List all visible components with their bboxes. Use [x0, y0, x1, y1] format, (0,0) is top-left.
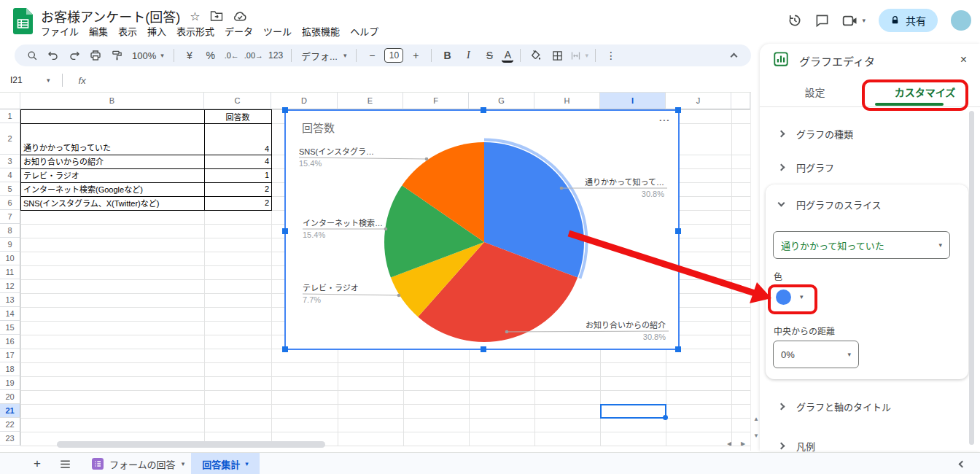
print-icon[interactable]: [87, 47, 104, 64]
row-header-4[interactable]: 4: [0, 168, 20, 182]
share-button[interactable]: 共有: [879, 9, 938, 32]
chart-resize-handle[interactable]: [481, 107, 486, 113]
row-header-23[interactable]: 23: [0, 432, 20, 446]
decrease-decimal-button[interactable]: .0←: [223, 47, 241, 64]
comments-icon[interactable]: [815, 14, 829, 28]
menu-データ[interactable]: データ: [219, 23, 258, 39]
avatar[interactable]: [951, 10, 971, 31]
italic-button[interactable]: I: [459, 47, 477, 64]
column-header-D[interactable]: D: [271, 93, 338, 109]
add-sheet-icon[interactable]: +: [34, 453, 41, 474]
cell-B4[interactable]: テレビ・ラジオ: [23, 168, 201, 181]
row-header-18[interactable]: 18: [0, 362, 20, 376]
row-header-10[interactable]: 10: [0, 252, 20, 265]
cell-C4[interactable]: 1: [205, 168, 269, 181]
format-percent-button[interactable]: %: [202, 47, 219, 64]
font-size-input[interactable]: 10: [384, 48, 403, 63]
row-header-13[interactable]: 13: [0, 293, 20, 307]
tab-settings[interactable]: 設定: [760, 77, 870, 106]
row-header-3[interactable]: 3: [0, 155, 20, 168]
name-box-caret[interactable]: ▾: [47, 77, 50, 84]
decrease-font-size-button[interactable]: −: [363, 47, 381, 64]
column-header-B[interactable]: B: [20, 93, 204, 109]
increase-font-size-button[interactable]: +: [407, 47, 424, 64]
close-icon[interactable]: ×: [960, 53, 967, 66]
star-icon[interactable]: ☆: [190, 9, 200, 23]
row-header-8[interactable]: 8: [0, 224, 20, 238]
row-header-14[interactable]: 14: [0, 307, 20, 321]
all-sheets-icon[interactable]: [60, 453, 71, 474]
column-header-H[interactable]: H: [534, 93, 600, 109]
name-box[interactable]: I21: [0, 75, 47, 85]
cell-C3[interactable]: 4: [205, 155, 269, 167]
row-header-21[interactable]: 21: [0, 404, 20, 418]
row-header-15[interactable]: 15: [0, 321, 20, 335]
section-titles[interactable]: グラフと軸のタイトル: [760, 394, 980, 419]
row-header-12[interactable]: 12: [0, 279, 20, 293]
section-chart-type[interactable]: グラフの種類: [760, 121, 980, 146]
redo-icon[interactable]: [66, 47, 83, 64]
column-header-G[interactable]: G: [469, 93, 534, 109]
fill-handle[interactable]: [663, 415, 668, 420]
select-all-corner[interactable]: [0, 93, 20, 109]
paint-format-icon[interactable]: [108, 47, 125, 64]
menu-表示[interactable]: 表示: [113, 23, 142, 39]
format-currency-button[interactable]: ¥: [181, 47, 198, 64]
section-pie-chart[interactable]: 円グラフ: [760, 155, 980, 179]
chart-resize-handle[interactable]: [481, 346, 486, 352]
vertical-scrollbar[interactable]: ▲ ▼: [750, 93, 760, 451]
spreadsheet-grid[interactable]: BCDEFGHIJ 123456789101112131415161718192…: [0, 93, 751, 451]
move-folder-icon[interactable]: [210, 10, 223, 22]
row-header-1[interactable]: 1: [0, 109, 20, 123]
distance-dropdown[interactable]: 0% ▾: [773, 341, 859, 368]
sheet-tab-menu-caret[interactable]: ▾: [245, 461, 249, 467]
cell-C2[interactable]: 4: [205, 123, 269, 153]
column-header-C[interactable]: C: [204, 93, 271, 109]
row-header-7[interactable]: 7: [0, 210, 20, 224]
column-header-blank[interactable]: [731, 93, 750, 109]
row-header-9[interactable]: 9: [0, 238, 20, 252]
tab-customize[interactable]: カスタマイズ: [870, 77, 980, 106]
section-pie-slice[interactable]: 円グラフのスライス: [766, 192, 968, 217]
row-header-16[interactable]: 16: [0, 335, 20, 349]
row-header-6[interactable]: 6: [0, 196, 20, 210]
row-header-17[interactable]: 17: [0, 349, 20, 362]
slice-color-picker[interactable]: ▾: [776, 290, 804, 305]
menu-編集[interactable]: 編集: [84, 23, 113, 39]
version-history-icon[interactable]: [788, 13, 802, 28]
number-format-button[interactable]: 123: [267, 47, 284, 64]
row-header-5[interactable]: 5: [0, 182, 20, 196]
pie-chart-card[interactable]: 回答数 ⋮ SNS(インスタグラ…15.4%通りかかって知って…30.8%インタ…: [284, 109, 680, 350]
font-select[interactable]: デフォ...▾: [298, 47, 349, 64]
cell-B5[interactable]: インターネット検索(Googleなど): [23, 182, 201, 195]
collapse-toolbar-icon[interactable]: [725, 47, 742, 64]
column-header-F[interactable]: F: [403, 93, 469, 109]
menu-ファイル[interactable]: ファイル: [36, 23, 84, 39]
sheet-tab-summary-active[interactable]: 回答集計 ▾: [191, 453, 260, 474]
text-color-button[interactable]: A: [502, 48, 513, 63]
fill-color-icon[interactable]: [527, 47, 545, 64]
menu-拡張機能[interactable]: 拡張機能: [297, 23, 345, 39]
menu-ヘルプ[interactable]: ヘルプ: [345, 23, 384, 39]
menu-表示形式[interactable]: 表示形式: [171, 23, 219, 39]
scroll-down-icon[interactable]: ▼: [753, 432, 759, 439]
cell-B6[interactable]: SNS(インスタグラム、X(Twitter)など): [23, 196, 201, 209]
zoom-select[interactable]: 100%▾: [129, 47, 167, 64]
chart-resize-handle[interactable]: [282, 346, 288, 352]
chart-resize-handle[interactable]: [282, 228, 288, 234]
sheet-tab-form-responses[interactable]: フォームの回答 ▾: [86, 453, 190, 474]
more-options-icon[interactable]: ⋮: [602, 47, 620, 64]
chart-resize-handle[interactable]: [675, 228, 681, 234]
increase-decimal-button[interactable]: .00→: [244, 47, 263, 64]
column-header-I[interactable]: I: [600, 93, 666, 109]
bold-button[interactable]: B: [438, 47, 456, 64]
slice-select-dropdown[interactable]: 通りかかって知っていた ▾: [773, 231, 950, 259]
selected-cell-I21[interactable]: [600, 404, 666, 419]
panel-scrollbar[interactable]: [969, 111, 974, 445]
chart-resize-handle[interactable]: [282, 107, 288, 113]
color-swatch-blue[interactable]: [776, 290, 791, 305]
camera-dropdown-caret[interactable]: ▾: [862, 18, 866, 24]
color-dropdown-caret[interactable]: ▾: [800, 294, 804, 300]
scroll-up-icon[interactable]: ▲: [753, 416, 759, 422]
chart-resize-handle[interactable]: [675, 346, 681, 352]
